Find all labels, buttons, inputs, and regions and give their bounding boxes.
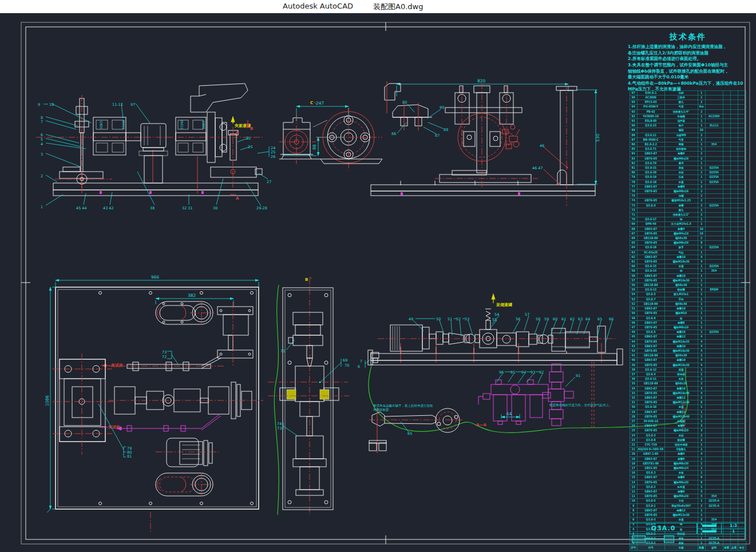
bom-cell — [731, 354, 738, 358]
callout: 61 — [561, 317, 566, 321]
callout: 52 — [456, 317, 461, 321]
bom-cell: Q3.0-17 — [638, 217, 665, 222]
bom-row: 62GB93-87垫圈104 — [630, 255, 746, 259]
bom-cell — [738, 485, 746, 490]
bom-cell: 30 — [630, 405, 638, 410]
bom-cell: 销A6x30 — [665, 236, 698, 241]
bom-cell: GB31-85 — [638, 466, 665, 471]
bom-cell: 18 — [630, 462, 638, 466]
callout: 6 — [41, 133, 43, 137]
bom-cell: GB93-87 — [638, 358, 665, 363]
bom-cell — [706, 198, 723, 203]
bom-cell — [731, 189, 738, 194]
bom-row: 82Q3.0.70罩壳1 — [630, 161, 746, 165]
text-line: 各注油螺孔应注入2/3内腔容积的润滑油脂 — [628, 50, 748, 57]
bom-cell: 销A8x20 — [665, 382, 698, 386]
bom-cell: 1 — [698, 124, 706, 128]
bom-row: 30Q3.0-10支座1 — [630, 405, 746, 410]
bom-cell: 螺栓M12x30 — [665, 400, 698, 405]
bom-cell — [731, 138, 738, 142]
bom-cell — [723, 245, 731, 250]
bom-cell — [723, 438, 731, 443]
bom-cell — [738, 396, 746, 400]
bom-cell — [738, 180, 746, 184]
bom-cell: 4 — [698, 363, 706, 367]
bom-cell — [723, 405, 731, 410]
bom-cell: 68 — [630, 227, 638, 231]
bom-cell: AC230V — [706, 114, 723, 119]
bom-cell: 23 — [630, 438, 638, 443]
callout: 43 42 — [103, 206, 114, 211]
bom-cell: Q235A — [706, 180, 723, 184]
bom-cell: 电磁阀 — [665, 114, 698, 119]
bom-cell: 垫圈16 — [665, 330, 698, 335]
bom-cell: 1 — [698, 180, 706, 184]
bom-cell: 90 — [630, 124, 638, 128]
b-flow-mark: B — [250, 126, 253, 131]
bom-cell — [731, 363, 738, 367]
bom-cell — [738, 339, 746, 344]
bom-cell — [731, 344, 738, 348]
callout: 2 — [41, 174, 43, 178]
bom-cell — [738, 518, 746, 522]
clamp-piece-label: 夹试件 — [110, 363, 123, 368]
bom-row: 16Q3.0.3支板1 — [630, 470, 746, 475]
bom-row: 74GB70-85螺母M10x1.252 — [630, 198, 746, 203]
dim-247: 247 — [316, 101, 324, 106]
bom-cell — [723, 227, 731, 231]
callout: 46 — [540, 144, 544, 148]
bom-cell — [706, 105, 723, 109]
bom-cell: Q235A — [706, 166, 723, 170]
bom-cell — [738, 161, 746, 166]
bom-cell: 3V-040-10 — [638, 419, 665, 424]
bom-cell — [706, 424, 723, 428]
text-line: 最大端面跳动不大于0.010毫米 — [628, 74, 748, 81]
bom-cell: GB70-85 — [638, 494, 665, 499]
bom-cell — [731, 410, 738, 414]
bom-cell: 轴 — [665, 217, 698, 222]
bom-cell — [723, 349, 731, 354]
bom-cell — [738, 198, 746, 203]
bom-cell — [731, 456, 738, 461]
bom-cell: 96 — [630, 96, 638, 100]
bom-cell: 螺栓M10 — [665, 311, 698, 316]
bom-cell — [731, 311, 738, 316]
bom-row: 87BN-4590-C气管1 — [630, 137, 746, 142]
section-b-label: B — [305, 277, 308, 282]
bom-cell: Q3.0.5 — [638, 330, 665, 335]
bom-cell: 1 — [698, 119, 706, 124]
bom-cell — [706, 273, 723, 278]
bom-row: 52GB118-86销A8x301 — [630, 301, 746, 306]
bom-cell: GB70-85 — [638, 480, 665, 485]
bom-row: 23Q3.0-8密封圈2 — [630, 438, 746, 442]
bom-cell: 弹簧 — [665, 142, 698, 147]
bom-cell — [706, 377, 723, 382]
bom-cell: 9 — [630, 503, 638, 508]
bom-cell: 支座 — [665, 264, 698, 269]
bom-cell: Q3.0.15 — [638, 124, 665, 128]
callout: 50 — [436, 317, 441, 321]
bom-row: 20GB97.1-85垫圈44 — [630, 452, 746, 456]
bom-cell: 4 — [698, 358, 706, 363]
bom-cell — [638, 194, 665, 198]
dim-382: 382 — [188, 293, 196, 298]
bom-cell: 1 — [698, 147, 706, 152]
callout: 58 — [536, 317, 540, 321]
bom-cell — [723, 485, 731, 490]
callout: 53 — [465, 317, 469, 321]
bom-cell: Q3.0.11 — [638, 133, 665, 137]
bom-row: 18GB5781-86螺栓M8x301 — [630, 461, 746, 466]
bom-cell: 油标M8 — [665, 133, 698, 137]
bom-cell: 75 — [630, 194, 638, 198]
bom-cell: 42 — [630, 349, 638, 354]
bom-row: 56GB118-86销A8x301 — [630, 283, 746, 287]
bom-cell: 1 — [698, 320, 706, 325]
tech-requirements: 技术条件 1.丝杆涂上适量的润滑油，油杯内应注满润滑油脂，各注油螺孔应注入2/3… — [628, 32, 748, 93]
bom-cell — [731, 358, 738, 363]
bom-cell — [738, 377, 746, 382]
bom-cell: Q3.0.3 — [638, 471, 665, 475]
bom-row: 47GB70-85螺栓M8x101 — [630, 325, 746, 329]
bom-cell — [731, 269, 738, 273]
bom-cell — [731, 391, 738, 396]
bom-cell: 2 — [698, 185, 706, 189]
